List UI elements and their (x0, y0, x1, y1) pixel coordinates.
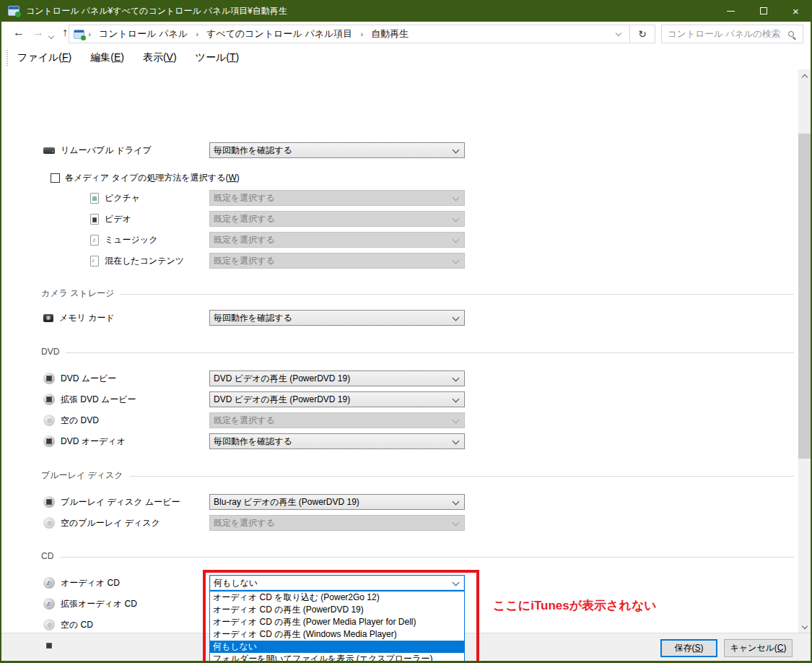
chevron-down-icon (453, 258, 459, 264)
dvd-movie-select[interactable]: DVD ビデオの再生 (PowerDVD 19) (209, 370, 465, 386)
search-input[interactable] (662, 29, 788, 39)
dropdown-option[interactable]: オーディオ CD の再生 (Power Media Player for Del… (210, 616, 464, 628)
forward-button[interactable]: → (32, 26, 44, 39)
combo-value: 既定を選択する (214, 255, 275, 267)
breadcrumb-autoplay[interactable]: 自動再生 (367, 27, 413, 40)
breadcrumb-separator-icon: › (357, 30, 367, 38)
dropdown-option[interactable]: オーディオ CD の再生 (PowerDVD 19) (210, 604, 464, 616)
up-button[interactable]: ↑ (62, 26, 68, 39)
address-bar[interactable]: › コントロール パネル › すべてのコントロール パネル項目 › 自動再生 (69, 25, 630, 43)
music-label: ミュージック (105, 234, 157, 246)
dropdown-option[interactable]: フォルダーを開いてファイルを表示 (エクスプローラー) (210, 653, 464, 663)
blank-bluray-select: 既定を選択する (209, 515, 465, 531)
bluray-movie-label: ブルーレイ ディスク ムービー (61, 496, 180, 508)
chevron-down-icon (453, 580, 459, 586)
combo-value: 毎回動作を確認する (214, 144, 292, 157)
minimize-icon (727, 11, 735, 12)
chevron-down-icon (453, 216, 459, 222)
chevron-down-icon (453, 520, 459, 526)
choose-media-checkbox[interactable] (51, 173, 60, 183)
row-enhanced-audio-cd: 拡張オーディオ CD (43, 596, 137, 612)
combo-value: 既定を選択する (214, 517, 275, 529)
combo-value: 毎回動作を確認する (214, 312, 292, 324)
chevron-down-icon (802, 624, 808, 630)
chevron-down-icon (453, 315, 459, 321)
section-cd: CD (41, 551, 794, 561)
dropdown-option-selected[interactable]: 何もしない (210, 641, 464, 653)
history-chevron-icon[interactable] (49, 34, 53, 38)
enhanced-audio-cd-icon (43, 598, 55, 610)
window-controls: × (715, 0, 812, 22)
chevron-down-icon (453, 237, 459, 243)
enhanced-dvd-movie-label: 拡張 DVD ムービー (61, 394, 136, 406)
enhanced-dvd-movie-select[interactable]: DVD ビデオの再生 (PowerDVD 19) (209, 391, 465, 407)
scrollbar-thumb[interactable] (798, 134, 811, 459)
dropdown-option[interactable]: オーディオ CD を取り込む (Power2Go 12) (210, 592, 464, 604)
maximize-button[interactable] (747, 0, 780, 22)
chevron-down-icon (453, 438, 459, 445)
chevron-down-icon (453, 499, 459, 506)
menu-edit[interactable]: 編集(E) (81, 48, 134, 68)
combo-value: 既定を選択する (214, 192, 275, 204)
address-dropdown-icon[interactable] (616, 31, 622, 37)
row-dvd-audio: DVD オーディオ (43, 433, 126, 449)
section-divider (60, 557, 794, 558)
dvd-movie-icon (43, 373, 55, 384)
dropdown-option[interactable]: オーディオ CD の再生 (Windows Media Player) (210, 628, 464, 641)
removable-drive-icon (43, 147, 55, 154)
refresh-button[interactable]: ↻ (630, 25, 655, 43)
search-icon[interactable] (788, 31, 794, 37)
row-enhanced-dvd-movie: 拡張 DVD ムービー (43, 391, 136, 407)
chevron-down-icon (453, 147, 459, 154)
combo-value: Blu-ray ビデオの再生 (PowerDVD 19) (214, 496, 359, 508)
save-button[interactable]: 保存(S) (660, 639, 717, 657)
chevron-down-icon (453, 396, 459, 403)
cancel-button[interactable]: キャンセル(C) (724, 639, 793, 657)
close-icon: × (793, 6, 799, 17)
mixed-content-label: 混在したコンテンツ (105, 255, 184, 267)
breadcrumb-all-items[interactable]: すべてのコントロール パネル項目 (202, 27, 357, 40)
audio-cd-select[interactable]: 何もしない (209, 575, 465, 591)
blank-cd-icon (43, 619, 55, 630)
chevron-up-icon (802, 73, 808, 79)
vertical-scrollbar[interactable] (798, 69, 811, 633)
row-pictures: ピクチャ (90, 190, 140, 206)
menu-file[interactable]: ファイル(F) (8, 48, 81, 68)
memory-card-select[interactable]: 毎回動作を確認する (209, 310, 465, 326)
memory-card-label: メモリ カード (59, 312, 115, 324)
pictures-select: 既定を選択する (209, 190, 465, 206)
navigation-bar: ← → ↑ › コントロール パネル › すべてのコントロール パネル項目 › … (1, 22, 811, 46)
dvd-audio-select[interactable]: 毎回動作を確認する (209, 433, 465, 449)
dvd-audio-label: DVD オーディオ (61, 436, 126, 448)
blank-bluray-icon (43, 517, 55, 529)
chevron-down-icon (453, 417, 459, 424)
autoplay-window: コントロール パネル¥すべてのコントロール パネル項目¥自動再生 × ← → ↑… (0, 0, 812, 663)
audio-cd-icon (43, 577, 55, 589)
chevron-down-icon (453, 376, 459, 382)
menu-tools[interactable]: ツール(T) (186, 48, 249, 68)
videos-select: 既定を選択する (209, 211, 465, 227)
scroll-down-button[interactable] (798, 620, 811, 633)
row-audio-cd: オーディオ CD (43, 575, 120, 591)
minimize-button[interactable] (715, 0, 747, 22)
bluray-movie-select[interactable]: Blu-ray ビデオの再生 (PowerDVD 19) (209, 494, 465, 510)
section-title: CD (41, 551, 53, 561)
removable-drive-select[interactable]: 毎回動作を確認する (209, 142, 465, 158)
menu-view[interactable]: 表示(V) (134, 48, 186, 68)
control-panel-icon (8, 6, 19, 16)
combo-value: DVD ビデオの再生 (PowerDVD 19) (214, 373, 350, 385)
videos-icon (90, 214, 99, 225)
close-button[interactable]: × (780, 0, 812, 22)
pictures-icon (90, 193, 99, 204)
breadcrumb-control-panel[interactable]: コントロール パネル (95, 27, 192, 40)
audio-cd-label: オーディオ CD (61, 577, 120, 589)
blank-cd-label: 空の CD (61, 619, 93, 631)
back-button[interactable]: ← (13, 26, 25, 39)
autoplay-settings-panel: リムーバブル ドライブ 毎回動作を確認する 各メディア タイプの処理方法を選択す… (1, 69, 797, 633)
scroll-up-button[interactable] (798, 69, 811, 82)
row-removable-drive: リムーバブル ドライブ (43, 142, 152, 158)
row-mixed-content: 混在したコンテンツ (90, 253, 184, 269)
combo-value: DVD ビデオの再生 (PowerDVD 19) (214, 394, 350, 406)
blank-dvd-label: 空の DVD (61, 415, 99, 427)
section-title: DVD (41, 347, 59, 357)
